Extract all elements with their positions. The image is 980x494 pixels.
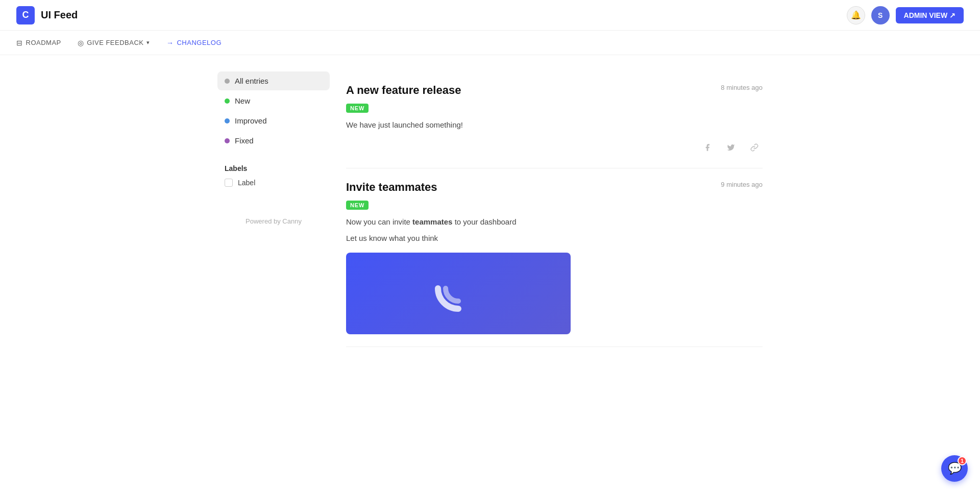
sidebar: All entries New Improved Fixed Labels La… xyxy=(217,71,330,347)
post-image xyxy=(346,253,571,334)
main-layout: All entries New Improved Fixed Labels La… xyxy=(209,55,771,363)
nav-give-feedback[interactable]: ◎ GIVE FEEDBACK ▾ xyxy=(78,39,150,47)
filter-fixed[interactable]: Fixed xyxy=(217,131,330,150)
notification-button[interactable]: 🔔 xyxy=(847,6,865,24)
admin-view-button[interactable]: ADMIN VIEW ↗ xyxy=(896,7,964,23)
changelog-arrow-icon: → xyxy=(166,39,174,47)
post-title: Invite teammates xyxy=(346,181,437,194)
post-title: A new feature release xyxy=(346,84,461,97)
navigation: ⊟ ROADMAP ◎ GIVE FEEDBACK ▾ → CHANGELOG xyxy=(0,31,980,55)
post-body: We have just launched something! xyxy=(346,119,763,131)
powered-by: Powered by Canny xyxy=(217,217,330,225)
post-actions xyxy=(346,139,763,156)
header-right: 🔔 S ADMIN VIEW ↗ xyxy=(847,6,964,24)
filter-new[interactable]: New xyxy=(217,91,330,110)
label-checkbox[interactable] xyxy=(225,179,233,187)
share-twitter-button[interactable] xyxy=(723,139,739,156)
post-header: A new feature release 8 minutes ago xyxy=(346,84,763,97)
post-card: Invite teammates 9 minutes ago NEW Now y… xyxy=(346,168,763,347)
labels-section: Labels Label xyxy=(217,164,330,187)
feedback-icon: ◎ xyxy=(78,39,84,47)
post-card: A new feature release 8 minutes ago NEW … xyxy=(346,71,763,168)
header: C UI Feed 🔔 S ADMIN VIEW ↗ xyxy=(0,0,980,31)
post-header: Invite teammates 9 minutes ago xyxy=(346,181,763,194)
dropdown-chevron-icon: ▾ xyxy=(146,39,150,46)
post-body-line1: Now you can invite teammates to your das… xyxy=(346,216,763,228)
labels-title: Labels xyxy=(225,164,323,172)
dot-icon xyxy=(225,118,230,124)
logo-icon: C xyxy=(16,6,35,24)
roadmap-icon: ⊟ xyxy=(16,39,23,47)
content-area: A new feature release 8 minutes ago NEW … xyxy=(346,71,763,347)
post-time: 8 minutes ago xyxy=(721,84,763,91)
post-time: 9 minutes ago xyxy=(721,181,763,188)
filter-all-entries[interactable]: All entries xyxy=(217,71,330,90)
header-left: C UI Feed xyxy=(16,6,78,24)
filter-improved[interactable]: Improved xyxy=(217,111,330,130)
app-title: UI Feed xyxy=(41,9,78,21)
label-checkbox-item[interactable]: Label xyxy=(225,179,323,187)
nav-roadmap[interactable]: ⊟ ROADMAP xyxy=(16,39,61,47)
avatar[interactable]: S xyxy=(871,6,890,24)
dot-icon xyxy=(225,98,230,104)
nav-changelog[interactable]: → CHANGELOG xyxy=(166,39,222,47)
dot-icon xyxy=(225,79,230,84)
copy-link-button[interactable] xyxy=(746,139,763,156)
dot-icon xyxy=(225,138,230,143)
share-facebook-button[interactable] xyxy=(699,139,716,156)
post-body-line2: Let us know what you think xyxy=(346,232,763,244)
new-badge: NEW xyxy=(346,201,369,210)
bell-icon: 🔔 xyxy=(851,10,861,20)
post-image-svg xyxy=(433,273,484,314)
new-badge: NEW xyxy=(346,104,369,113)
